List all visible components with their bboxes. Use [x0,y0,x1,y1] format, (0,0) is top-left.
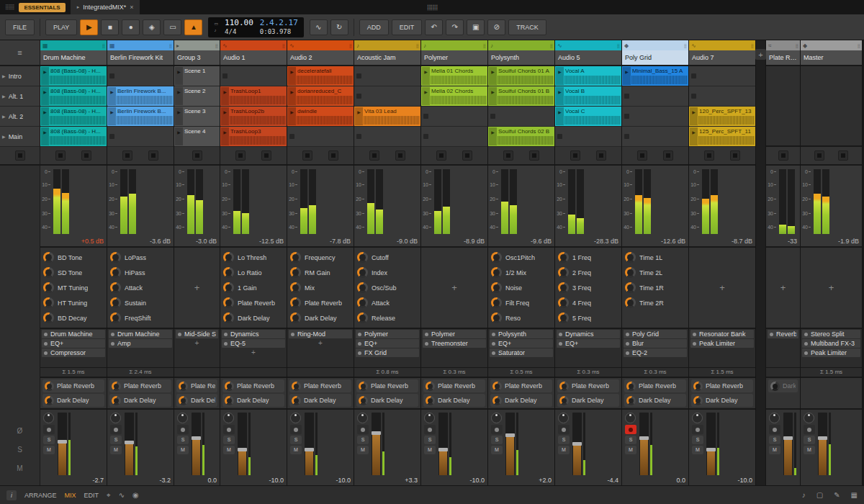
knob-icon[interactable] [357,297,368,308]
song-position-value[interactable]: 2.4.2.17 [260,19,298,27]
send-knob-icon[interactable] [693,382,703,391]
knob-icon[interactable] [43,267,54,278]
device-item[interactable]: EQ+ [490,339,553,348]
clip-play-icon[interactable]: ▶ [41,67,49,85]
knob-icon[interactable] [491,312,502,323]
mute-button[interactable]: M [769,446,780,454]
device-enable-dot[interactable] [358,342,361,346]
clip-play-icon[interactable]: ▶ [221,127,229,145]
volume-fader[interactable] [505,413,515,475]
stop-clips-button[interactable] [462,150,472,161]
time-signature-value[interactable]: 4/4 [225,27,253,36]
empty-clip-slot[interactable] [354,86,420,107]
send-control[interactable]: Dark Delay [691,394,753,407]
clip[interactable]: ▶808 (Bass-08) - H... [40,66,107,86]
clip-play-icon[interactable]: ▶ [288,107,296,125]
stop-clips-button[interactable] [122,150,132,161]
device-item[interactable]: Polysynth [490,330,553,338]
send-knob-icon[interactable] [359,396,368,405]
stop-clips-button[interactable] [838,150,848,161]
play-button[interactable]: ▶ [80,19,98,35]
record-arm-button[interactable] [223,425,235,434]
clip[interactable]: ▶TrashLoop2b [220,107,287,127]
remote-control[interactable]: FreqShift [110,310,171,325]
knob-icon[interactable] [223,252,234,263]
send-knob-icon[interactable] [426,396,435,405]
pan-knob[interactable] [491,413,502,423]
remote-control[interactable]: Time 1R [625,280,685,295]
scene-item[interactable]: ▶Alt. 2 [0,107,40,127]
record-button[interactable]: ● [122,19,140,35]
scene-clip[interactable]: ▶Scene 2 [174,86,220,107]
clip[interactable]: ▶808 (Bass-08) - H... [40,107,107,127]
device-item[interactable]: Drum Machine [109,330,172,338]
remote-control[interactable]: BD Decay [43,310,104,325]
device-item[interactable]: Amp [109,339,172,348]
device-enable-dot[interactable] [111,333,114,336]
volume-fader-handle[interactable] [505,433,515,437]
track-name[interactable]: Plate Reverb [766,50,800,65]
solo-button[interactable]: S [769,436,780,444]
volume-fader-handle[interactable] [192,436,201,440]
volume-fader[interactable] [125,413,134,475]
track-name[interactable]: Audio 2 [287,50,354,65]
remote-control[interactable]: Noise [491,280,552,295]
clip-play-icon[interactable]: ▶ [355,107,363,125]
pan-knob[interactable] [290,413,301,423]
knob-icon[interactable] [43,252,54,263]
volume-fader-handle[interactable] [58,440,67,444]
global-solo-icon[interactable]: S [17,446,22,454]
device-enable-dot[interactable] [804,342,808,346]
clip[interactable]: ▶TrashLoop1 [220,86,287,107]
volume-fader[interactable] [706,413,716,475]
tempo-value[interactable]: 110.00 [225,19,253,27]
device-item[interactable]: Resonator Bank [690,330,754,338]
knob-icon[interactable] [491,267,502,278]
record-arm-button[interactable] [692,425,703,434]
send-control[interactable]: Plate Reverb [289,379,351,392]
remote-control[interactable]: Reso [491,310,552,325]
remote-control[interactable]: 1 Gain [223,280,284,295]
solo-button[interactable]: S [625,436,636,444]
knob-icon[interactable] [625,282,636,293]
device-enable-dot[interactable] [559,342,562,346]
device-enable-dot[interactable] [492,351,495,355]
track-color-strip[interactable]: ▸⣿ [174,40,220,50]
knob-icon[interactable] [223,267,234,278]
clip[interactable]: ▶dorianreduced_C [287,86,354,107]
stop-clips-button[interactable] [148,150,158,161]
device-item[interactable]: EQ+ [42,339,105,348]
empty-clip-slot[interactable] [354,127,420,147]
pan-knob[interactable] [804,413,814,423]
knob-icon[interactable] [223,312,234,323]
volume-fader[interactable] [238,413,247,475]
pan-knob[interactable] [769,413,780,423]
send-knob-icon[interactable] [492,382,502,391]
empty-clip-slot[interactable] [220,66,287,86]
mute-button[interactable]: M [424,446,436,454]
knob-icon[interactable] [625,297,636,308]
stop-clips-button[interactable] [192,150,202,161]
knob-icon[interactable] [43,297,54,308]
scene-play-icon[interactable]: ▶ [2,114,6,119]
stop-clips-button[interactable] [503,150,513,161]
device-enable-dot[interactable] [626,351,629,355]
track-color-strip[interactable]: ∿⣿ [555,40,621,50]
remote-control[interactable]: Lo Ratio [223,265,284,280]
solo-button[interactable]: S [223,436,235,444]
volume-fader[interactable] [438,413,448,475]
volume-fader-handle[interactable] [125,441,134,444]
empty-clip-slot[interactable] [107,66,174,86]
stop-clips-button[interactable] [663,150,673,161]
device-item[interactable]: Dynamics [222,330,285,338]
transport-display[interactable]: ▭ ♪ 110.00 4/4 2.4.2.17 0:03.978 [208,17,303,37]
send-knob-icon[interactable] [292,382,301,391]
pan-knob[interactable] [357,413,368,423]
undo-button[interactable]: ↶ [425,19,443,35]
send-knob-icon[interactable] [292,396,301,405]
track-name[interactable]: Group 3 [174,50,220,65]
send-knob-icon[interactable] [225,382,234,391]
track-name[interactable]: Berlin Firework Kit [107,50,174,65]
knob-icon[interactable] [357,267,368,278]
send-control[interactable]: Plate Reverb [423,379,485,392]
